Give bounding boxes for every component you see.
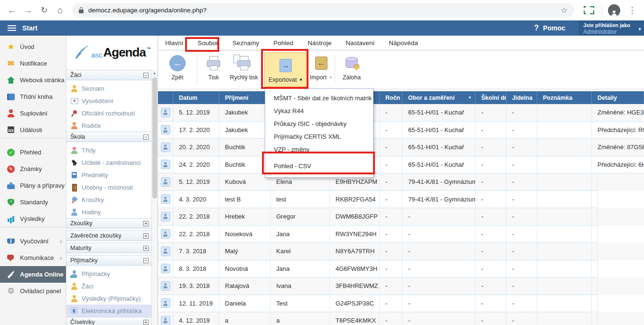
browser-home-icon[interactable] <box>55 5 66 16</box>
sidebar-item[interactable]: Plány a přípravy <box>0 177 66 194</box>
agenda-item[interactable]: Kroužky <box>66 193 151 206</box>
column-header-jidelna[interactable]: Jídelna <box>506 91 537 104</box>
sidebar-item[interactable]: Události <box>0 122 66 138</box>
menu-item[interactable]: Seznamy <box>225 39 266 47</box>
table-row[interactable]: 5. 12. 2019 Kubová Elena E9HBYHZAPM - 79… <box>158 173 644 191</box>
column-header-detaily[interactable]: Detaily <box>592 91 644 104</box>
table-row[interactable]: 12. 11. 2019 Daniela Test G24PSJP38C - -… <box>158 295 644 313</box>
backup-button[interactable]: Záloha <box>338 52 365 81</box>
export-menu-item[interactable]: Výkaz R44 <box>265 105 373 117</box>
agenda-item[interactable]: Třídy <box>66 144 151 156</box>
group-header-ciselniky[interactable]: Číselníky <box>66 317 151 325</box>
group-header-zkousky[interactable]: Zkoušky <box>66 218 151 229</box>
export-menu-item[interactable]: VZP - změny <box>265 143 373 156</box>
agenda-item[interactable]: Vysvědčení <box>66 95 151 107</box>
export-menu-item[interactable]: Průkazy ISIC - objednávky <box>265 117 373 130</box>
student-card-button[interactable] <box>161 298 170 308</box>
menu-item[interactable]: Pohled <box>266 39 300 47</box>
expand-plus-icon[interactable] <box>143 233 149 239</box>
browser-forward-icon[interactable] <box>22 5 34 16</box>
export-button[interactable]: Exportovat ▼ <box>264 52 307 87</box>
account-role-selector[interactable]: Jste přihlášen jako Administrátor <box>579 20 644 36</box>
group-header-maturity[interactable]: Maturity <box>66 243 151 253</box>
student-card-button[interactable] <box>161 177 170 187</box>
browser-reload-icon[interactable] <box>38 5 50 16</box>
table-row[interactable]: 7. 3. 2018 Malý Karel N8Y6A79TRH - - - - <box>158 243 644 260</box>
import-button[interactable]: Import ▼ <box>309 52 334 81</box>
table-row[interactable]: 8. 3. 2018 Novotná Jana 4G6FW8MY3H - - -… <box>158 260 644 278</box>
url-text[interactable]: democz.edupage.org/agenda/online.php? <box>88 7 206 14</box>
agenda-item[interactable]: Oficiální rozhodnutí <box>66 107 151 119</box>
group-header-zaci[interactable]: Žáci <box>66 70 151 80</box>
column-header-datum[interactable]: Datum <box>173 91 219 104</box>
column-header-rocnik[interactable]: Ročn <box>380 91 402 104</box>
expand-plus-icon[interactable] <box>143 320 149 325</box>
student-card-button[interactable] <box>161 108 170 117</box>
table-row[interactable]: 4. 12. 2019 a a T6PSE4KMKX - - - - <box>158 312 644 325</box>
collapse-minus-icon[interactable] <box>143 258 149 263</box>
student-card-button[interactable] <box>161 143 170 152</box>
fullscreen-cast-icon[interactable] <box>584 6 594 14</box>
quick-print-button[interactable]: Rychlý tisk <box>227 52 261 81</box>
browser-back-icon[interactable] <box>6 5 18 16</box>
student-card-button[interactable] <box>161 212 170 221</box>
print-button[interactable]: Tisk <box>201 52 226 81</box>
column-header-prijmeni[interactable]: Příjmení <box>219 91 271 104</box>
agenda-item[interactable]: Učebny - místnosti <box>66 181 151 193</box>
student-card-button[interactable] <box>161 281 170 291</box>
column-header-icon[interactable] <box>158 91 173 104</box>
table-row[interactable]: 24. 2. 2020 Buchtik - 65-51-H/01 - Kucha… <box>158 156 644 174</box>
menu-item[interactable]: Nápověda <box>382 39 425 47</box>
sidebar-item[interactable]: Standardy <box>0 194 66 210</box>
table-row[interactable]: 17. 2. 2020 Jakubek - 65-51-H/01 - Kucha… <box>158 122 644 139</box>
scrollbar-thumb[interactable] <box>152 77 157 199</box>
collapse-minus-icon[interactable] <box>143 134 149 140</box>
table-row[interactable]: 5. 12. 2019 Jakubek - 65-51-H/01 - Kucha… <box>158 104 644 122</box>
address-bar[interactable]: democz.edupage.org/agenda/online.php? <box>72 3 574 17</box>
agenda-item[interactable]: Předměty <box>66 169 151 181</box>
hamburger-menu-icon[interactable] <box>8 28 16 29</box>
sidebar-item[interactable]: Ovládací panel <box>0 283 66 299</box>
column-header-obor[interactable]: Obor a zaměření <box>402 91 476 104</box>
menu-item[interactable]: Soubor <box>190 39 225 47</box>
browser-menu-icon[interactable] <box>626 5 638 16</box>
sidebar-item[interactable]: Výsledky <box>0 210 66 227</box>
sidebar-item[interactable]: Notifikace <box>0 55 66 72</box>
sidebar-item[interactable]: Agenda Online <box>0 266 66 283</box>
group-header-prijimacky[interactable]: Přijímačky <box>66 255 151 266</box>
browser-profile-avatar[interactable] <box>608 4 620 17</box>
sidebar-item[interactable]: Vyučování <box>0 233 66 249</box>
sidebar-item[interactable]: Komunikace <box>0 249 66 266</box>
menu-item[interactable]: Nastavení <box>338 39 382 47</box>
student-card-button[interactable] <box>161 194 170 204</box>
agenda-item[interactable]: Výsledky (Přijímačky) <box>66 292 151 305</box>
export-menu-item[interactable]: MŠMT - Sběr dat ze školních matrik <box>265 92 373 105</box>
help-button[interactable]: ? Pomoc <box>534 24 565 32</box>
student-card-button[interactable] <box>161 264 170 273</box>
sidebar-item[interactable]: Úvod <box>0 38 66 55</box>
sidebar-item[interactable]: Přehled <box>0 144 66 161</box>
menu-item[interactable]: Nástroje <box>300 39 338 47</box>
agenda-item[interactable]: Elektronická přihláška <box>66 305 151 317</box>
table-row[interactable]: 22. 2. 2018 Noseková Jana RW3YNE294H - -… <box>158 226 644 243</box>
agenda-scrollbar[interactable] <box>151 70 158 325</box>
expand-plus-icon[interactable] <box>143 221 149 226</box>
agenda-item[interactable]: Žáci <box>66 280 151 292</box>
sidebar-item[interactable]: Známky <box>0 161 66 177</box>
collapse-minus-icon[interactable] <box>143 73 149 78</box>
group-header-skola[interactable]: Škola <box>66 132 151 142</box>
table-row[interactable]: 22. 2. 2018 Hrebek Gregor DWM6B8JGFP - -… <box>158 208 644 226</box>
start-button[interactable]: Start <box>22 24 37 32</box>
export-menu-item[interactable]: Prijímačky CERTIS XML <box>265 130 373 143</box>
student-card-button[interactable] <box>161 229 170 239</box>
expand-plus-icon[interactable] <box>143 246 149 251</box>
bookmark-star-icon[interactable] <box>561 6 568 15</box>
column-header-poznamka[interactable]: Poznámka <box>537 91 592 104</box>
agenda-item[interactable]: Učitelé - zaměstnanci <box>66 156 151 169</box>
student-card-button[interactable] <box>161 316 170 325</box>
table-row[interactable]: 19. 3. 2018 Ratajová Ivana 3FB4HREWMZ - … <box>158 277 644 295</box>
agenda-item[interactable]: Seznam <box>66 82 151 95</box>
export-menu-item[interactable]: Pohled - CSV <box>265 160 373 172</box>
table-row[interactable]: 4. 3. 2020 test B test RKBR2FGA54 - 79-4… <box>158 191 644 209</box>
agenda-item[interactable]: Přijímačky <box>66 268 151 280</box>
